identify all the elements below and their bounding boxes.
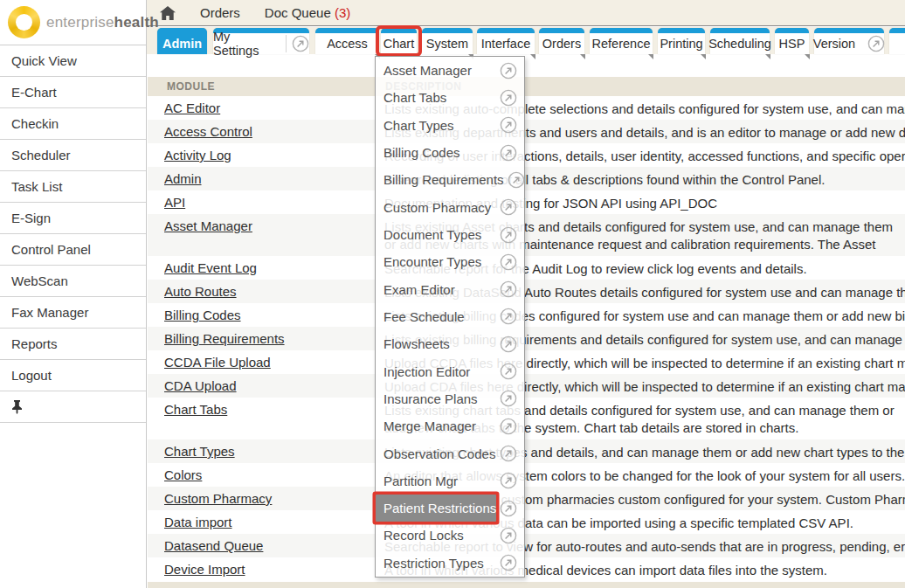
sidebar-item-checkin[interactable]: Checkin xyxy=(0,108,146,140)
module-link-billing-codes[interactable]: Billing Codes xyxy=(164,308,241,322)
dropdown-item-label-wrap: Observation Codes xyxy=(376,439,496,467)
external-link-icon[interactable] xyxy=(500,527,517,544)
external-link-icon[interactable] xyxy=(500,336,517,353)
external-link-icon[interactable] xyxy=(500,472,517,489)
tab-chart[interactable]: Chart xyxy=(381,28,417,54)
dropdown-item-patient-restrictions[interactable]: Patient Restrictions xyxy=(376,495,524,522)
dropdown-item-fee-schedule[interactable]: Fee Schedule xyxy=(376,303,524,330)
dropdown-item-asset-manager[interactable]: Asset Manager xyxy=(376,57,524,84)
sidebar-item-reports[interactable]: Reports xyxy=(0,329,146,360)
sidebar-item-task-list[interactable]: Task List xyxy=(0,171,146,203)
external-link-icon[interactable] xyxy=(500,253,517,271)
dropdown-item-chart-types[interactable]: Chart Types xyxy=(376,112,524,139)
external-link-icon[interactable] xyxy=(500,308,517,325)
dropdown-item-flowsheets[interactable]: Flowsheets xyxy=(376,330,524,357)
external-link-icon[interactable] xyxy=(500,363,517,380)
external-link-icon[interactable] xyxy=(500,226,517,244)
dropdown-item-label-wrap: Injection Editor xyxy=(376,357,496,384)
dropdown-item-chart-tabs[interactable]: Chart Tabs xyxy=(376,84,524,111)
home-button[interactable] xyxy=(160,6,176,20)
table-row: Access ControlLists existing departments… xyxy=(148,120,905,143)
tab-orders[interactable]: Orders xyxy=(539,28,584,54)
external-link-icon[interactable] xyxy=(500,116,517,134)
module-link-api[interactable]: API xyxy=(164,195,185,210)
tab-interface[interactable]: Interface xyxy=(477,28,535,54)
sidebar-item-fax-manager[interactable]: Fax Manager xyxy=(0,297,146,329)
tab-printing[interactable]: Printing xyxy=(658,28,705,54)
tab-hsp[interactable]: HSP xyxy=(775,28,809,54)
module-link-audit-event-log[interactable]: Audit Event Log xyxy=(164,260,257,275)
external-link-icon[interactable] xyxy=(292,35,309,52)
app-window: enterprisehealth Quick ViewE-ChartChecki… xyxy=(0,0,905,588)
module-link-ccda-file-upload[interactable]: CCDA File Upload xyxy=(164,355,271,370)
table-row: Datasend QueueSearchable report to view … xyxy=(148,534,905,557)
dropdown-item-label-wrap: Patient Restrictions xyxy=(376,495,496,522)
dropdown-item-billing-requirements[interactable]: Billing Requirements xyxy=(376,166,524,193)
dropdown-item-label: Restriction Types xyxy=(383,556,484,571)
dropdown-item-custom-pharmacy[interactable]: Custom Pharmacy xyxy=(376,194,524,221)
dropdown-item-document-types[interactable]: Document Types xyxy=(376,221,524,248)
tab-partial[interactable] xyxy=(889,28,905,54)
dropdown-item-partition-mgr[interactable]: Partition Mgr xyxy=(376,467,524,495)
dropdown-item-restriction-types[interactable]: Restriction Types xyxy=(376,550,524,577)
sidebar-item-e-chart[interactable]: E-Chart xyxy=(0,77,146,108)
sidebar-item-scheduler[interactable]: Scheduler xyxy=(0,140,146,171)
sidebar-item-e-sign[interactable]: E-Sign xyxy=(0,203,146,234)
tab-system[interactable]: System xyxy=(422,28,473,54)
module-link-cda-upload[interactable]: CDA Upload xyxy=(164,378,237,393)
module-link-auto-routes[interactable]: Auto Routes xyxy=(164,284,237,299)
module-link-chart-types[interactable]: Chart Types xyxy=(164,444,235,459)
dropdown-item-encounter-types[interactable]: Encounter Types xyxy=(376,248,524,275)
module-link-ac-editor[interactable]: AC Editor xyxy=(164,100,220,115)
tab-version[interactable]: Version xyxy=(814,28,884,54)
sidebar-item-quick-view[interactable]: Quick View xyxy=(0,45,146,77)
module-link-admin[interactable]: Admin xyxy=(164,171,202,186)
module-link-datasend-queue[interactable]: Datasend Queue xyxy=(164,538,263,553)
module-link-chart-tabs[interactable]: Chart Tabs xyxy=(164,402,227,417)
module-link-colors[interactable]: Colors xyxy=(164,467,202,482)
tab-my-settings[interactable]: My Settings xyxy=(213,28,309,54)
topbar-link-doc-queue[interactable]: Doc Queue (3) xyxy=(265,5,350,20)
external-link-icon[interactable] xyxy=(500,445,517,462)
external-link-icon[interactable] xyxy=(500,390,517,407)
external-link-icon[interactable] xyxy=(500,554,517,571)
dropdown-item-billing-codes[interactable]: Billing Codes xyxy=(376,139,524,166)
module-link-device-import[interactable]: Device Import xyxy=(164,562,245,577)
module-link-activity-log[interactable]: Activity Log xyxy=(164,148,231,163)
external-link-icon[interactable] xyxy=(867,35,885,52)
module-link-custom-pharmacy[interactable]: Custom Pharmacy xyxy=(164,491,272,506)
module-link-billing-requirements[interactable]: Billing Requirements xyxy=(164,331,285,346)
external-link-icon[interactable] xyxy=(500,500,517,517)
external-link-icon[interactable] xyxy=(500,144,517,162)
tab-scheduling[interactable]: Scheduling xyxy=(710,28,770,54)
external-link-icon[interactable] xyxy=(500,89,517,107)
sidebar-item-logout[interactable]: Logout xyxy=(0,360,146,391)
external-link-icon[interactable] xyxy=(500,418,517,435)
external-link-icon[interactable] xyxy=(500,198,517,216)
tab-access[interactable]: Access xyxy=(315,28,379,54)
module-link-data-import[interactable]: Data import xyxy=(164,515,232,529)
sidebar-item-control-panel[interactable]: Control Panel xyxy=(0,234,146,266)
tab-reference[interactable]: Reference xyxy=(590,28,653,54)
topbar-links: OrdersDoc Queue (3) xyxy=(176,5,350,20)
sidebar-item-label: Scheduler xyxy=(11,148,71,163)
dropdown-item-exam-editor[interactable]: Exam Editor xyxy=(376,276,524,303)
tab-admin[interactable]: Admin xyxy=(157,28,207,54)
external-link-icon[interactable] xyxy=(500,62,517,80)
topbar-link-label: Doc Queue xyxy=(265,5,331,20)
dropdown-item-injection-editor[interactable]: Injection Editor xyxy=(376,357,524,384)
dropdown-item-record-locks[interactable]: Record Locks xyxy=(376,522,524,549)
dropdown-item-label-wrap: Billing Requirements xyxy=(376,166,504,193)
sidebar-item-webscan[interactable]: WebScan xyxy=(0,266,146,297)
topbar-link-orders[interactable]: Orders xyxy=(200,5,240,20)
external-link-icon[interactable] xyxy=(500,280,517,298)
table-row: CDA UploadUpload CDA files here directly… xyxy=(148,374,905,398)
sidebar-pin-button[interactable] xyxy=(0,391,146,423)
external-link-icon[interactable] xyxy=(508,171,525,189)
dropdown-item-merge-manager[interactable]: Merge Manager xyxy=(376,412,524,439)
dropdown-item-insurance-plans[interactable]: Insurance Plans xyxy=(376,385,524,412)
module-link-access-control[interactable]: Access Control xyxy=(164,124,252,139)
module-link-asset-manager[interactable]: Asset Manager xyxy=(164,218,252,233)
dropdown-item-label-wrap: Billing Codes xyxy=(376,139,496,166)
dropdown-item-observation-codes[interactable]: Observation Codes xyxy=(376,439,524,467)
